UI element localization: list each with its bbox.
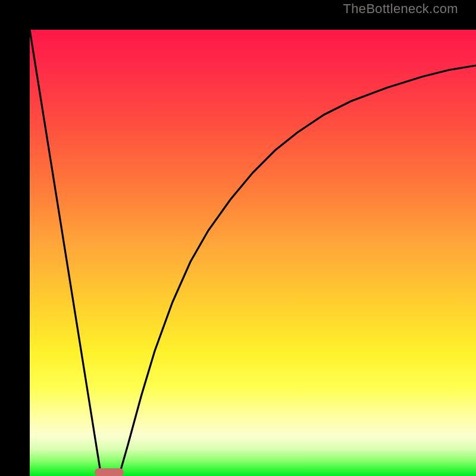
attribution-watermark: TheBottleneck.com (343, 1, 458, 17)
curve-left-descent (30, 30, 101, 476)
plot-area (30, 30, 476, 476)
curve-right-rise (119, 65, 476, 476)
bottleneck-curve (30, 30, 476, 476)
optimal-range-marker (95, 468, 124, 476)
chart-frame (0, 0, 476, 476)
